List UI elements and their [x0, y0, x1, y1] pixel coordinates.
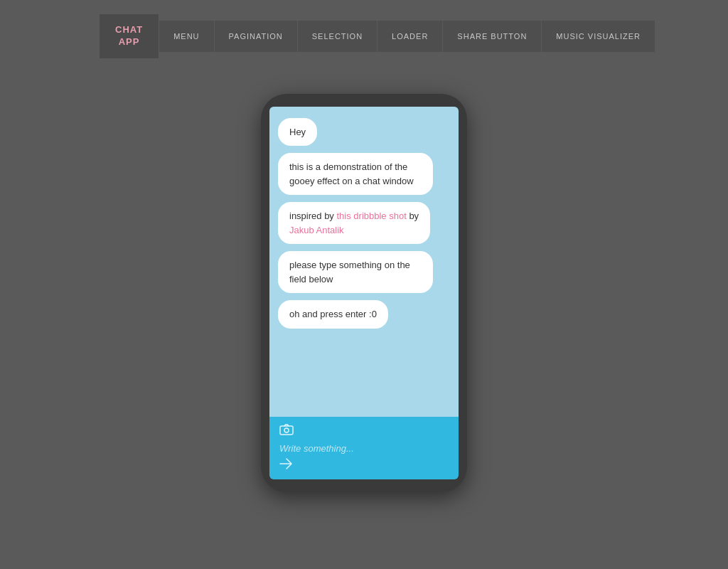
nav-brand: CHAT APP: [100, 14, 159, 58]
chat-bubble-4: please type something on the field below: [278, 251, 433, 293]
nav-item-menu[interactable]: MENU: [159, 21, 213, 52]
message-text-3-middle: by: [409, 211, 419, 221]
chat-bubble-3: inspired by this dribbble shot by Jakub …: [278, 202, 430, 244]
send-icon[interactable]: [279, 458, 449, 472]
nav-item-pagination[interactable]: PAGINATION: [214, 21, 297, 52]
message-input[interactable]: [279, 443, 449, 454]
top-nav: CHAT APP MENU PAGINATION SELECTION LOADE…: [100, 14, 728, 58]
dribbble-link[interactable]: this dribbble shot: [336, 211, 406, 221]
chat-bubble-5: oh and press enter :0: [278, 300, 388, 329]
message-text-3-before: inspired by: [289, 211, 336, 221]
nav-item-share-button[interactable]: SHARE BUTTON: [442, 21, 541, 52]
message-text-5: oh and press enter :0: [289, 309, 377, 319]
input-area: [269, 417, 459, 479]
message-text-1: Hey: [289, 127, 306, 137]
nav-item-selection[interactable]: SELECTION: [297, 21, 377, 52]
nav-item-loader[interactable]: LOADER: [377, 21, 442, 52]
chat-bubble-1: Hey: [278, 118, 317, 147]
chat-area: Hey this is a demonstration of the gooey…: [269, 107, 459, 417]
nav-item-music-visualizer[interactable]: MUSIC VISUALIZER: [541, 21, 655, 52]
camera-icon[interactable]: [279, 424, 449, 439]
chat-bubble-2: this is a demonstration of the gooey eff…: [278, 153, 433, 195]
message-text-2: this is a demonstration of the gooey eff…: [289, 161, 414, 186]
author-link[interactable]: Jakub Antalik: [289, 225, 344, 235]
svg-point-1: [284, 428, 289, 432]
message-text-4: please type something on the field below: [289, 260, 410, 284]
phone-wrapper: Hey this is a demonstration of the gooey…: [0, 94, 728, 492]
brand-text: CHAT APP: [115, 24, 143, 47]
svg-rect-0: [280, 426, 293, 435]
phone-device: Hey this is a demonstration of the gooey…: [261, 94, 467, 492]
